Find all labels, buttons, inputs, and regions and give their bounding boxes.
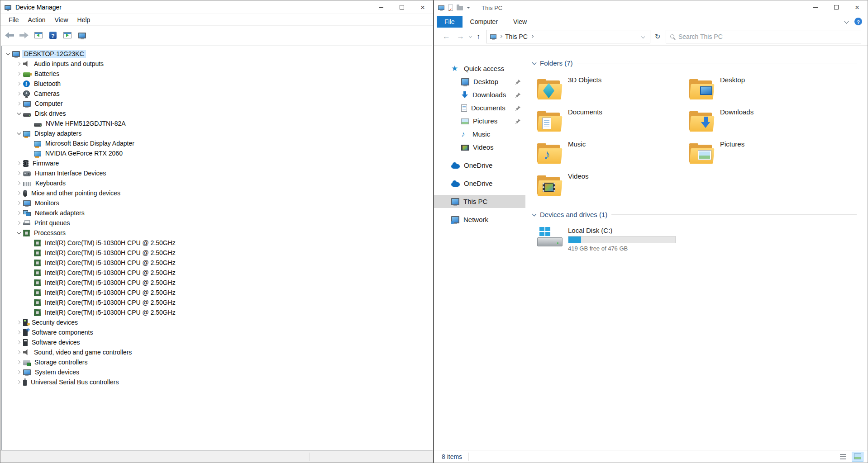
expander-chevron-icon[interactable]	[15, 189, 23, 197]
collapse-group-chevron-icon[interactable]	[532, 60, 537, 65]
menu-item[interactable]: Action	[24, 15, 50, 25]
tree-row[interactable]: DESKTOP-12G23KC	[2, 49, 432, 59]
tree-row[interactable]: Sound, video and game controllers	[2, 347, 432, 357]
toolbar-button[interactable]	[32, 29, 45, 42]
forward-button[interactable]: →	[453, 32, 467, 41]
tree-row[interactable]: Security devices	[2, 317, 432, 327]
close-button[interactable]: ×	[412, 0, 433, 14]
expander-chevron-icon[interactable]	[15, 219, 23, 227]
expander-chevron-icon[interactable]	[15, 329, 23, 336]
help-button[interactable]	[854, 18, 862, 25]
tree-row[interactable]: Firmware	[2, 158, 432, 168]
expander-chevron-icon[interactable]	[15, 369, 23, 376]
expander-chevron-icon[interactable]	[15, 170, 23, 177]
nav-item[interactable]: Network	[434, 213, 525, 226]
qat-folder-icon[interactable]	[457, 6, 463, 10]
tree-row[interactable]: Display adapters	[2, 128, 432, 138]
toolbar-button[interactable]	[76, 29, 88, 42]
menu-item[interactable]: View	[50, 15, 72, 25]
expander-chevron-icon[interactable]	[15, 319, 23, 326]
nav-item[interactable]: OneDrive	[434, 159, 525, 172]
tree-row[interactable]: Intel(R) Core(TM) i5-10300H CPU @ 2.50GH…	[2, 288, 432, 298]
ribbon-tab[interactable]: View	[506, 16, 534, 28]
tree-row[interactable]: Processors	[2, 228, 432, 238]
tree-row[interactable]: Batteries	[2, 69, 432, 79]
expander-chevron-icon[interactable]	[15, 359, 23, 366]
tree-row[interactable]: Software components	[2, 327, 432, 337]
address-dropdown-chevron-icon[interactable]	[641, 34, 645, 38]
expander-chevron-icon[interactable]	[15, 60, 23, 67]
tree-row[interactable]: Microsoft Basic Display Adapter	[2, 138, 432, 148]
expand-ribbon-chevron-icon[interactable]	[844, 19, 849, 24]
nav-item[interactable]: Videos	[434, 141, 525, 154]
tree-row[interactable]: Intel(R) Core(TM) i5-10300H CPU @ 2.50GH…	[2, 268, 432, 278]
expander-chevron-icon[interactable]	[5, 50, 12, 57]
tree-row[interactable]: Print queues	[2, 218, 432, 228]
tree-row[interactable]: Bluetooth	[2, 79, 432, 89]
nav-item[interactable]: OneDrive	[434, 177, 525, 190]
menu-item[interactable]: File	[4, 15, 24, 25]
devices-group-header[interactable]: Devices and drives (1)	[533, 211, 868, 218]
expander-chevron-icon[interactable]	[15, 130, 23, 137]
tree-row[interactable]: Monitors	[2, 198, 432, 208]
details-view-button[interactable]	[838, 452, 849, 461]
toolbar-button[interactable]	[18, 29, 30, 42]
recent-locations-chevron-icon[interactable]	[469, 35, 472, 38]
tree-row[interactable]: Human Interface Devices	[2, 168, 432, 178]
tree-row[interactable]: NVMe HFM512GDJTNI-82A	[2, 118, 432, 128]
nav-item[interactable]: Pictures	[434, 114, 525, 128]
close-button[interactable]: ×	[847, 0, 868, 14]
folders-group-header[interactable]: Folders (7)	[533, 59, 868, 67]
breadcrumb[interactable]: This PC	[486, 30, 650, 43]
folder-tile[interactable]: Pictures	[688, 137, 833, 170]
nav-item[interactable]: Downloads	[434, 88, 525, 101]
minimize-button[interactable]	[805, 0, 826, 14]
qat-pc-icon[interactable]	[438, 5, 444, 10]
tree-row[interactable]: Network adapters	[2, 208, 432, 218]
minimize-button[interactable]	[371, 0, 391, 14]
tree-row[interactable]: Intel(R) Core(TM) i5-10300H CPU @ 2.50GH…	[2, 307, 432, 317]
folder-tile[interactable]: Music	[536, 137, 681, 170]
collapse-group-chevron-icon[interactable]	[532, 212, 537, 216]
expander-chevron-icon[interactable]	[15, 160, 23, 167]
expander-chevron-icon[interactable]	[15, 70, 23, 77]
expander-chevron-icon[interactable]	[15, 378, 23, 386]
tree-row[interactable]: Cameras	[2, 89, 432, 99]
expander-chevron-icon[interactable]	[15, 180, 23, 187]
up-button[interactable]: ↑	[473, 33, 483, 41]
back-button[interactable]: ←	[439, 32, 453, 41]
tree-row[interactable]: Keyboards	[2, 178, 432, 188]
toolbar-button[interactable]	[47, 29, 59, 42]
tree-row[interactable]: Intel(R) Core(TM) i5-10300H CPU @ 2.50GH…	[2, 238, 432, 248]
tree-row[interactable]: Audio inputs and outputs	[2, 59, 432, 69]
drive-tile[interactable]: Local Disk (C:) 419 GB free of 476 GB	[536, 226, 868, 252]
expander-chevron-icon[interactable]	[15, 90, 23, 97]
folder-tile[interactable]: Videos	[536, 170, 681, 202]
ribbon-tab[interactable]: File	[437, 16, 463, 28]
toolbar-button[interactable]	[61, 29, 74, 42]
nav-item[interactable]: Desktop	[434, 75, 525, 88]
properties-check-icon[interactable]	[448, 5, 453, 11]
search-input[interactable]	[678, 33, 857, 40]
tree-row[interactable]: Mice and other pointing devices	[2, 188, 432, 198]
menu-item[interactable]: Help	[73, 15, 95, 25]
tree-row[interactable]: Disk drives	[2, 109, 432, 118]
expander-chevron-icon[interactable]	[15, 209, 23, 217]
toolbar-button[interactable]	[3, 29, 16, 42]
breadcrumb-item[interactable]: This PC	[505, 33, 528, 40]
thumbnails-view-button[interactable]	[852, 452, 863, 461]
qat-dropdown-icon[interactable]	[467, 6, 470, 9]
folder-tile[interactable]: Documents	[536, 105, 681, 137]
tree-row[interactable]: Intel(R) Core(TM) i5-10300H CPU @ 2.50GH…	[2, 258, 432, 268]
nav-item[interactable]: This PC	[434, 195, 525, 208]
tree-row[interactable]: Computer	[2, 99, 432, 109]
expander-chevron-icon[interactable]	[15, 349, 23, 356]
tree-row[interactable]: System devices	[2, 367, 432, 377]
tree-row[interactable]: Intel(R) Core(TM) i5-10300H CPU @ 2.50GH…	[2, 278, 432, 288]
tree-row[interactable]: Storage controllers	[2, 357, 432, 367]
folder-tile[interactable]: 3D Objects	[536, 73, 681, 105]
expander-chevron-icon[interactable]	[15, 199, 23, 207]
expander-chevron-icon[interactable]	[15, 229, 23, 236]
folder-tile[interactable]: Desktop	[688, 73, 833, 105]
ribbon-tab[interactable]: Computer	[463, 16, 506, 28]
